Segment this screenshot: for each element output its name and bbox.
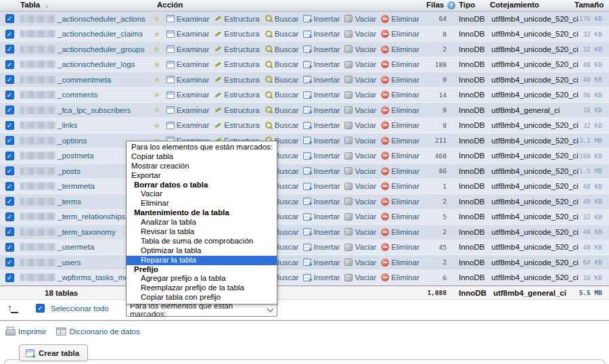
empty-link[interactable]: Vaciar [344,121,376,129]
empty-link[interactable]: Vaciar [344,198,376,206]
insert-link[interactable]: Insertar [303,152,340,160]
row-checkbox[interactable]: ✓ [5,243,14,252]
data-dictionary-link[interactable]: Diccionario de datos [56,327,140,336]
insert-link[interactable]: Insertar [303,137,340,145]
insert-link[interactable]: Insertar [303,30,340,38]
row-checkbox[interactable]: ✓ [5,152,14,160]
empty-link[interactable]: Vaciar [344,243,376,251]
table-name-link[interactable]: _term_taxonomy [58,228,116,236]
browse-link[interactable]: Examinar [166,30,210,38]
create-table-button[interactable]: Crear tabla [19,344,88,361]
row-checkbox[interactable]: ✓ [5,136,14,145]
structure-link[interactable]: Estructura [214,91,259,99]
empty-link[interactable]: Vaciar [344,30,376,38]
column-header-tipo[interactable]: Tipo [459,1,475,9]
empty-link[interactable]: Vaciar [344,182,376,190]
drop-link[interactable]: Eliminar [381,76,420,84]
structure-link[interactable]: Estructura [214,15,259,23]
drop-link[interactable]: Eliminar [381,228,420,236]
insert-link[interactable]: Insertar [303,273,340,281]
column-header-filas[interactable]: Filas [426,1,444,9]
drop-link[interactable]: Eliminar [381,137,420,145]
insert-link[interactable]: Insertar [303,45,340,53]
search-link[interactable]: Buscar [265,76,299,84]
column-header-tabla[interactable]: Tabla [20,1,40,9]
insert-link[interactable]: Insertar [303,91,340,99]
favorite-star-icon[interactable]: ★ [153,44,161,54]
table-name-link[interactable]: _term_relationships [58,212,125,221]
table-name-link[interactable]: _wpforms_tasks_meta [58,273,135,281]
structure-link[interactable]: Estructura [214,106,259,114]
search-link[interactable]: Buscar [265,121,299,129]
insert-link[interactable]: Insertar [303,198,340,206]
empty-link[interactable]: Vaciar [344,167,376,175]
table-name-link[interactable]: _options [58,137,87,145]
insert-link[interactable]: Insertar [303,182,340,190]
favorite-star-icon[interactable]: ★ [153,120,161,131]
menu-item[interactable]: Mostrar creación [127,162,277,171]
row-checkbox[interactable]: ✓ [5,106,14,114]
structure-link[interactable]: Estructura [214,76,259,84]
drop-link[interactable]: Eliminar [381,243,420,251]
menu-item-selected[interactable]: Reparar la tabla [127,256,277,265]
empty-link[interactable]: Vaciar [344,152,376,160]
table-name-link[interactable]: _actionscheduler_claims [58,30,143,38]
empty-link[interactable]: Vaciar [344,228,376,236]
browse-link[interactable]: Examinar [166,15,210,23]
menu-item[interactable]: Eliminar [127,199,277,208]
insert-link[interactable]: Insertar [303,228,340,236]
table-name-link[interactable]: _users [58,258,81,267]
insert-link[interactable]: Insertar [303,212,340,221]
structure-link[interactable]: Estructura [214,121,259,129]
drop-link[interactable]: Eliminar [381,258,420,267]
table-name-link[interactable]: _fca_lpc_subscribers [58,106,131,114]
search-link[interactable]: Buscar [265,15,299,23]
favorite-star-icon[interactable]: ★ [153,60,161,70]
menu-item[interactable]: Revisar la tabla [127,227,277,237]
drop-link[interactable]: Eliminar [381,152,420,160]
menu-item[interactable]: Optimizar la tabla [127,246,277,256]
structure-link[interactable]: Estructura [214,60,259,68]
insert-link[interactable]: Insertar [303,121,340,129]
drop-link[interactable]: Eliminar [381,182,420,190]
row-checkbox[interactable]: ✓ [5,91,14,99]
column-header-tamano[interactable]: Tamaño [574,1,604,9]
empty-link[interactable]: Vaciar [344,76,376,84]
empty-link[interactable]: Vaciar [344,212,376,221]
menu-item[interactable]: Vaciar [127,189,277,199]
row-checkbox[interactable]: ✓ [5,227,14,236]
sort-asc-icon[interactable]: ▲ [45,3,49,8]
table-name-link[interactable]: _commentmeta [58,76,111,84]
drop-link[interactable]: Eliminar [381,167,420,175]
row-checkbox[interactable]: ✓ [5,182,14,191]
table-name-link[interactable]: _actionscheduler_actions [58,15,145,23]
table-name-link[interactable]: _usermeta [58,243,94,251]
structure-link[interactable]: Estructura [214,30,259,38]
search-link[interactable]: Buscar [265,60,299,68]
table-name-link[interactable]: _postmeta [58,152,94,160]
menu-item[interactable]: Exportar [127,171,277,181]
browse-link[interactable]: Examinar [166,60,210,68]
search-link[interactable]: Buscar [265,45,299,53]
search-link[interactable]: Buscar [265,106,299,114]
rows-help-icon[interactable] [447,1,455,9]
drop-link[interactable]: Eliminar [381,91,420,99]
row-checkbox[interactable]: ✓ [5,30,14,39]
empty-link[interactable]: Vaciar [344,15,376,23]
drop-link[interactable]: Eliminar [381,212,420,221]
drop-link[interactable]: Eliminar [381,30,420,38]
insert-link[interactable]: Insertar [303,258,340,267]
favorite-star-icon[interactable]: ★ [153,90,161,100]
menu-item[interactable]: Agregar prefijo a la tabla [127,274,277,283]
table-name-link[interactable]: _termmeta [58,182,95,190]
row-checkbox[interactable]: ✓ [5,212,14,221]
row-checkbox[interactable]: ✓ [5,60,14,69]
browse-link[interactable]: Examinar [166,106,210,114]
drop-link[interactable]: Eliminar [381,198,420,206]
table-name-link[interactable]: _actionscheduler_logs [58,60,135,68]
insert-link[interactable]: Insertar [303,76,340,84]
row-checkbox[interactable]: ✓ [5,75,14,84]
select-all-checkbox[interactable]: ✓ [36,304,45,313]
empty-link[interactable]: Vaciar [344,91,376,99]
empty-link[interactable]: Vaciar [344,258,376,267]
